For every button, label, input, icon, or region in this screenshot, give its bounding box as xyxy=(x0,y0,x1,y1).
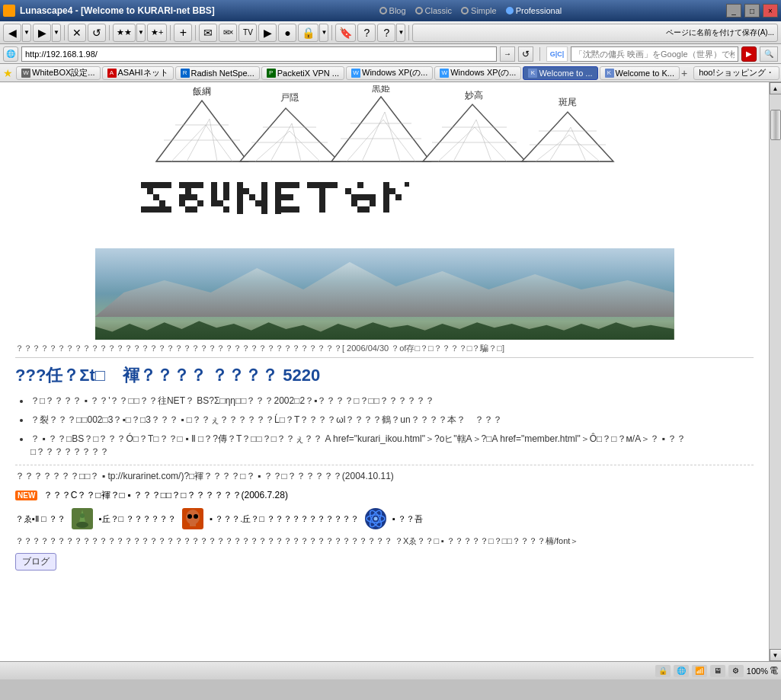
svg-rect-95 xyxy=(319,182,325,188)
tab-classic[interactable]: Classic xyxy=(415,6,452,15)
bullet-item-1: ？□？？？？ ▪ ？？'？？□□？？往NET？ BS?Σ□ηη□□？？？2002… xyxy=(30,395,754,408)
back-dropdown-arrow[interactable]: ▼ xyxy=(22,24,31,42)
bookmarks-bar: ★ W WhiteBOX設定... A ASAHIネット R Radish Ne… xyxy=(0,64,781,82)
search-go-button[interactable]: ▶ xyxy=(741,46,757,62)
separator-2 xyxy=(109,25,110,40)
svg-rect-49 xyxy=(165,182,171,188)
separator-1 xyxy=(64,25,65,40)
scroll-track[interactable] xyxy=(770,94,782,649)
svg-rect-82 xyxy=(255,200,261,206)
svg-rect-89 xyxy=(287,194,293,200)
add-favorite-button[interactable]: ★+ xyxy=(147,24,167,42)
svg-point-124 xyxy=(187,514,192,519)
tools-button[interactable]: 🔒 xyxy=(298,24,318,42)
status-globe-icon: 🌐 xyxy=(674,665,689,677)
svg-rect-53 xyxy=(141,206,147,213)
svg-rect-46 xyxy=(147,182,153,188)
tab-blog[interactable]: Blog xyxy=(379,6,406,15)
bookmark-shopping[interactable]: hoo!ショッピング・ xyxy=(693,66,779,80)
media-button[interactable]: ▶ xyxy=(258,24,277,42)
scroll-up-button[interactable]: ▲ xyxy=(770,82,782,94)
save-page-button[interactable]: ページに名前を付けて保存(A)... xyxy=(412,24,778,42)
forward-button-group: ▶ ▼ xyxy=(33,24,61,42)
favorites-dropdown-arrow[interactable]: ▼ xyxy=(136,24,146,42)
bullet-item-3: ？ ▪ ？？□BS？□？？？Ó□？T□？？□ ▪ Ⅱ □？?傳？T？□□？□？？… xyxy=(30,433,754,459)
address-reload-button[interactable]: ↺ xyxy=(518,46,533,62)
tv-button[interactable]: TV xyxy=(238,24,257,42)
svg-rect-126 xyxy=(190,523,193,526)
svg-rect-54 xyxy=(147,206,153,213)
search-more-button[interactable]: 🔍 xyxy=(760,46,778,62)
bookmark-kurari1[interactable]: K Welcome to ... xyxy=(523,66,597,80)
atom-svg xyxy=(365,508,386,529)
radio-blog xyxy=(379,7,387,14)
forward-dropdown-arrow[interactable]: ▼ xyxy=(52,24,61,42)
add-bookmark-button[interactable]: + xyxy=(681,66,687,80)
newtab-button[interactable]: + xyxy=(174,24,192,42)
svg-rect-86 xyxy=(287,182,293,188)
bookmark-whitebox[interactable]: W WhiteBOX設定... xyxy=(16,66,101,80)
svg-rect-87 xyxy=(293,182,299,188)
favorites-button[interactable]: ★★ xyxy=(113,24,136,42)
refresh-button[interactable]: ↺ xyxy=(88,24,106,42)
stop-button[interactable]: ✕ xyxy=(68,24,86,42)
mail-button[interactable]: ✉ xyxy=(199,24,217,42)
bookmark-asahi[interactable]: A ASAHIネット xyxy=(102,66,174,80)
atom-icon xyxy=(365,508,386,529)
minimize-button[interactable]: _ xyxy=(726,4,741,18)
help-dropdown-arrow[interactable]: ▼ xyxy=(396,24,405,42)
svg-rect-109 xyxy=(370,200,376,206)
tab-simple[interactable]: Simple xyxy=(461,6,497,15)
svg-rect-72 xyxy=(211,188,217,194)
blog-button[interactable]: ブログ xyxy=(15,553,56,571)
svg-rect-117 xyxy=(389,188,395,194)
svg-point-125 xyxy=(194,514,198,519)
bookmark-btn[interactable]: 🔖 xyxy=(335,24,356,42)
logo-svg: .logo-block { fill: #222; } .logo-outlin… xyxy=(133,174,636,243)
svg-rect-93 xyxy=(307,182,313,188)
bookmarks-star-icon: ★ xyxy=(3,67,13,79)
window-title: Lunascape4 - [Welcome to KURARI-net BBS] xyxy=(20,5,215,16)
bookmark-kurari2[interactable]: K Welcome to K... xyxy=(600,66,680,80)
close-button[interactable]: × xyxy=(763,4,778,18)
scroll-down-button[interactable]: ▼ xyxy=(770,649,782,661)
svg-rect-99 xyxy=(319,194,325,200)
svg-rect-48 xyxy=(159,182,165,188)
svg-rect-83 xyxy=(261,182,267,214)
help-button[interactable]: ? xyxy=(377,24,395,42)
settings-button[interactable]: ● xyxy=(278,24,296,42)
separator-addr xyxy=(539,47,540,61)
svg-rect-58 xyxy=(179,182,185,188)
tab-professional[interactable]: Professional xyxy=(506,6,562,15)
svg-text:飯綱: 飯綱 xyxy=(193,86,211,97)
search-input[interactable] xyxy=(571,46,738,62)
new-badge: NEW xyxy=(15,491,37,500)
svg-rect-60 xyxy=(191,182,197,188)
svg-rect-85 xyxy=(281,182,287,188)
question-button[interactable]: ? xyxy=(357,24,376,42)
bookmark-packetix[interactable]: P PacketiX VPN ... xyxy=(261,66,344,80)
back-button[interactable]: ◀ xyxy=(3,24,21,42)
svg-rect-104 xyxy=(351,194,357,200)
maximize-button[interactable]: □ xyxy=(744,4,760,18)
separator-3 xyxy=(170,25,171,40)
link-section: ？？？？？？？□□？ ▪ tp://kurarinet.com/)?□褌？？？？… xyxy=(15,465,754,483)
bookmark-winxp1[interactable]: W Windows XP(の... xyxy=(346,66,433,80)
address-input[interactable] xyxy=(21,46,497,62)
svg-rect-75 xyxy=(223,194,229,200)
title-bar-left: Lunascape4 - [Welcome to KURARI-net BBS] xyxy=(3,5,215,17)
svg-marker-18 xyxy=(331,97,431,161)
tools-dropdown-arrow[interactable]: ▼ xyxy=(319,24,328,42)
svg-rect-116 xyxy=(383,206,389,213)
bookmark-radish[interactable]: R Radish NetSpe... xyxy=(175,66,260,80)
forward-button[interactable]: ▶ xyxy=(33,24,51,42)
address-bar: 🌐 → ↺ G|C| ▶ 🔍 xyxy=(0,44,781,64)
mail2-button[interactable]: ✉× xyxy=(219,24,237,42)
address-go-button[interactable]: → xyxy=(500,46,515,62)
favorites-group: ★★ ▼ xyxy=(113,24,146,42)
scroll-thumb[interactable] xyxy=(770,110,781,140)
separator-4 xyxy=(195,25,196,40)
bookmark-winxp2[interactable]: W Windows XP(の... xyxy=(434,66,521,80)
svg-rect-96 xyxy=(325,182,331,188)
radio-classic xyxy=(415,7,423,14)
